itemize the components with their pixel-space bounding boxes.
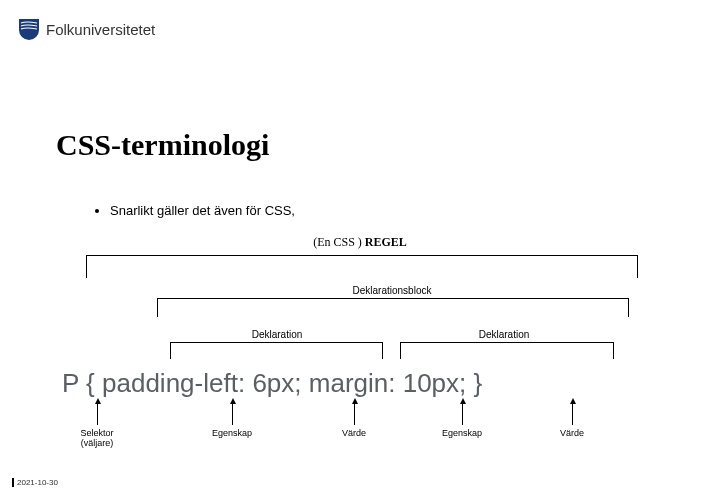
arrow-varde1 [354, 403, 355, 425]
bullet-item: Snarlikt gäller det även för CSS, [110, 203, 295, 218]
code-line: P { padding-left: 6px; margin: 10px; } [62, 368, 658, 399]
label-egenskap2: Egenskap [432, 428, 492, 438]
code-brace-close: } [474, 368, 483, 398]
arrow-selektor [97, 403, 98, 425]
code-val2: 10px; [403, 368, 467, 398]
logo-shield-icon [18, 18, 40, 40]
label-varde2: Värde [542, 428, 602, 438]
regel-right: REGEL [365, 235, 407, 249]
code-brace-open: { [86, 368, 95, 398]
bracket-decl2 [400, 342, 614, 359]
footer-date: 2021-10-30 [12, 478, 58, 487]
arrow-egenskap2 [462, 403, 463, 425]
label-egenskap1: Egenskap [202, 428, 262, 438]
bracket-rule [86, 255, 638, 278]
label-decl-block: Deklarationsblock [312, 285, 472, 296]
arrow-varde2 [572, 403, 573, 425]
logo-text: Folkuniversitetet [46, 21, 155, 38]
bullet-list: Snarlikt gäller det även för CSS, [70, 203, 295, 218]
page-title: CSS-terminologi [56, 128, 269, 162]
label-selektor: Selektor (väljare) [67, 428, 127, 448]
regel-left: (En CSS ) [313, 235, 362, 249]
label-decl1: Deklaration [227, 329, 327, 340]
logo: Folkuniversitetet [18, 18, 155, 40]
code-selector: P [62, 368, 79, 398]
code-prop2: margin: [309, 368, 396, 398]
label-decl2: Deklaration [454, 329, 554, 340]
regel-heading: (En CSS ) REGEL [0, 235, 720, 250]
bracket-decl1 [170, 342, 383, 359]
label-varde1: Värde [324, 428, 384, 438]
slide: Folkuniversitetet CSS-terminologi Snarli… [0, 0, 720, 501]
css-rule-diagram: Deklarationsblock Deklaration Deklaratio… [62, 250, 658, 460]
bracket-decl-block [157, 298, 629, 317]
code-prop1: padding-left: [102, 368, 245, 398]
code-val1: 6px; [252, 368, 301, 398]
arrow-egenskap1 [232, 403, 233, 425]
